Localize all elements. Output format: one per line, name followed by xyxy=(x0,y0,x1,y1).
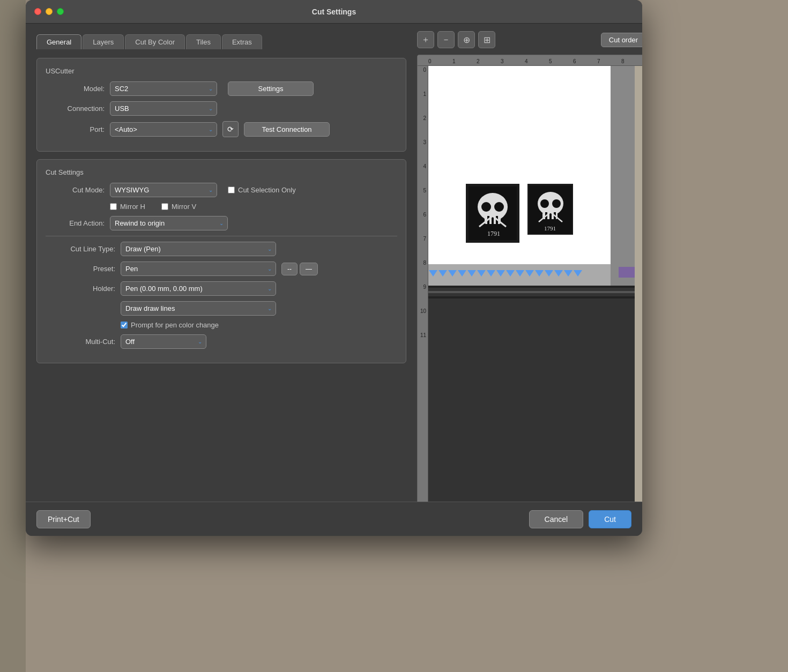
ruler-left-7: 7 xyxy=(418,235,428,259)
test-connection-button[interactable]: Test Connection xyxy=(244,122,330,137)
mirror-v-label: Mirror V xyxy=(172,203,196,211)
tab-tiles[interactable]: Tiles xyxy=(186,34,221,49)
close-button[interactable] xyxy=(34,8,41,15)
mirror-v-checkbox[interactable] xyxy=(161,203,168,210)
multi-cut-label: Multi-Cut: xyxy=(46,338,115,346)
settings-button[interactable]: Settings xyxy=(228,81,314,96)
holder-label: Holder: xyxy=(46,285,115,293)
svg-point-13 xyxy=(540,199,549,208)
ruler-num-0: 0 xyxy=(428,58,452,64)
cut-mode-row: Cut Mode: WYSIWYG ⌄ Cut Selection Only xyxy=(46,183,397,197)
holder-select[interactable]: Pen (0.00 mm, 0.00 mm) xyxy=(121,281,276,296)
ruler-left: 0 1 2 3 4 5 6 7 8 9 10 11 xyxy=(418,66,428,530)
ruler-top: 0 1 2 3 4 5 6 7 8 xyxy=(418,55,642,66)
maximize-button[interactable] xyxy=(57,8,64,15)
cancel-button[interactable]: Cancel xyxy=(529,510,584,528)
ruler-num-7: 7 xyxy=(597,58,621,64)
window-title: Cut Settings xyxy=(312,8,356,16)
preset-select-wrapper: Pen ⌄ xyxy=(121,262,276,276)
ruler-left-8: 8 xyxy=(418,259,428,283)
cut-line-type-select[interactable]: Draw (Pen) xyxy=(121,242,276,256)
zoom-in-icon: ＋ xyxy=(421,34,430,46)
uscutter-section: USCutter Model: SC2 ⌄ Settings Connectio… xyxy=(36,58,406,152)
svg-point-14 xyxy=(552,199,561,208)
prompt-pen-checkbox[interactable] xyxy=(121,322,128,328)
svg-point-3 xyxy=(494,202,504,212)
cut-order-button[interactable]: Cut order xyxy=(601,33,642,47)
triangle-1 xyxy=(429,270,437,277)
cut-selection-only-checkbox[interactable] xyxy=(228,186,235,193)
tab-cut-by-color[interactable]: Cut By Color xyxy=(125,34,185,49)
preset-buttons: -- — xyxy=(281,263,318,275)
tab-bar: General Layers Cut By Color Tiles Extras xyxy=(36,34,406,49)
skull-image-1: 1791 xyxy=(466,184,519,243)
triangle-3 xyxy=(448,270,457,277)
refresh-button[interactable]: ⟳ xyxy=(222,121,239,137)
tab-layers[interactable]: Layers xyxy=(83,34,124,49)
cut-mode-select[interactable]: WYSIWYG xyxy=(110,183,217,197)
purple-accent xyxy=(619,267,635,278)
fit-icon: ⊕ xyxy=(463,35,470,45)
preview-canvas: 1791 xyxy=(428,66,642,530)
reset-button[interactable]: ⊞ xyxy=(478,31,495,48)
multi-cut-select[interactable]: Off xyxy=(121,334,206,349)
triangle-14 xyxy=(554,270,563,277)
minimize-button[interactable] xyxy=(46,8,53,15)
preset-select[interactable]: Pen xyxy=(121,262,276,276)
canvas-dark-area xyxy=(428,286,642,530)
end-action-select[interactable]: Rewind to origin xyxy=(110,216,228,230)
title-bar: Cut Settings xyxy=(26,0,642,24)
ruler-num-3: 3 xyxy=(501,58,525,64)
ruler-left-0: 0 xyxy=(418,66,428,90)
bottom-bar: Print+Cut Cancel Cut xyxy=(26,502,642,536)
ruler-num-1: 1 xyxy=(452,58,477,64)
connection-select[interactable]: USB xyxy=(110,101,217,116)
port-label: Port: xyxy=(46,125,105,133)
model-select[interactable]: SC2 xyxy=(110,81,217,96)
skull-svg-1: 1791 xyxy=(469,186,517,240)
triangle-8 xyxy=(496,270,505,277)
port-select-wrapper: <Auto> ⌄ xyxy=(110,122,217,137)
draw-lines-select[interactable]: Draw draw lines xyxy=(121,301,276,316)
preset-label: Preset: xyxy=(46,265,115,273)
zoom-in-button[interactable]: ＋ xyxy=(417,31,434,48)
svg-text:1791: 1791 xyxy=(544,225,556,232)
cut-settings-section: Cut Settings Cut Mode: WYSIWYG ⌄ Cut Sel… xyxy=(36,159,406,363)
ruler-left-9: 9 xyxy=(418,283,428,307)
preset-btn2[interactable]: — xyxy=(300,263,318,275)
ruler-num-8: 8 xyxy=(621,58,642,64)
tab-general[interactable]: General xyxy=(36,34,81,49)
cut-line-type-label: Cut Line Type: xyxy=(46,245,115,253)
cut-button[interactable]: Cut xyxy=(589,510,631,528)
preset-btn1[interactable]: -- xyxy=(281,263,298,275)
preset-row: Preset: Pen ⌄ -- — xyxy=(46,262,397,276)
holder-row: Holder: Pen (0.00 mm, 0.00 mm) ⌄ xyxy=(46,281,397,296)
fit-button[interactable]: ⊕ xyxy=(458,31,475,48)
triangle-16 xyxy=(574,270,582,277)
zoom-out-icon: － xyxy=(442,34,450,46)
cut-line-type-row: Cut Line Type: Draw (Pen) ⌄ xyxy=(46,242,397,256)
preview-toolbar: ＋ － ⊕ ⊞ Cut order xyxy=(417,29,642,50)
preview-area: 0 1 2 3 4 5 6 7 8 0 xyxy=(417,55,642,531)
ruler-left-10: 10 xyxy=(418,307,428,331)
cut-mode-label: Cut Mode: xyxy=(46,186,105,194)
triangle-6 xyxy=(477,270,486,277)
multi-cut-select-wrapper: Off ⌄ xyxy=(121,334,206,349)
svg-point-2 xyxy=(481,202,491,212)
cut-line-type-select-wrapper: Draw (Pen) ⌄ xyxy=(121,242,276,256)
print-cut-button[interactable]: Print+Cut xyxy=(36,510,91,528)
skull-image-2: 1791 xyxy=(527,184,573,235)
ruler-left-3: 3 xyxy=(418,138,428,162)
tab-extras[interactable]: Extras xyxy=(222,34,262,49)
ruler-left-11: 11 xyxy=(418,331,428,355)
ruler-num-5: 5 xyxy=(549,58,573,64)
triangle-4 xyxy=(458,270,466,277)
end-action-row: End Action: Rewind to origin ⌄ xyxy=(46,216,397,230)
triangle-7 xyxy=(487,270,495,277)
port-select[interactable]: <Auto> xyxy=(110,122,217,137)
connection-row: Connection: USB ⌄ xyxy=(46,101,397,116)
mirror-h-checkbox[interactable] xyxy=(110,203,117,210)
cut-settings-title: Cut Settings xyxy=(46,168,397,176)
cut-mode-select-wrapper: WYSIWYG ⌄ xyxy=(110,183,217,197)
zoom-out-button[interactable]: － xyxy=(437,31,455,48)
